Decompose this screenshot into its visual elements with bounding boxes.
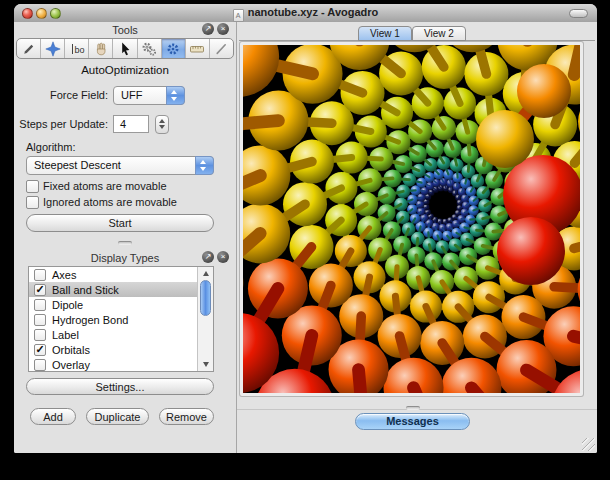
messages-splitter-handle[interactable] bbox=[406, 406, 420, 410]
list-item-hydrogen-bond[interactable]: Hydrogen Bond bbox=[29, 312, 213, 327]
main-view-area: View 1 View 2 Messages bbox=[237, 22, 597, 453]
combo-arrows-icon bbox=[166, 86, 185, 105]
overlay-checkbox[interactable] bbox=[34, 359, 46, 371]
auto-optimize-tool-button[interactable] bbox=[162, 39, 186, 58]
list-item-ball-and-stick[interactable]: ✓Ball and Stick bbox=[29, 282, 213, 297]
list-item-overlay[interactable]: Overlay bbox=[29, 357, 213, 372]
display-types-float-button[interactable]: ↗ bbox=[202, 251, 214, 263]
scroll-down-icon[interactable] bbox=[203, 362, 209, 367]
navigate-star-icon bbox=[45, 41, 61, 57]
remove-button[interactable]: Remove bbox=[159, 408, 214, 425]
scrollbar-thumb[interactable] bbox=[200, 280, 211, 316]
tool-selector: bo bbox=[16, 38, 234, 59]
measure-tool-button[interactable] bbox=[186, 39, 210, 58]
steps-input[interactable]: 4 bbox=[113, 115, 149, 133]
force-field-value: UFF bbox=[121, 89, 142, 101]
hydrogen-bond-checkbox[interactable] bbox=[34, 314, 46, 326]
algorithm-label: Algorithm: bbox=[26, 141, 76, 153]
label-checkbox[interactable] bbox=[34, 329, 46, 341]
scroll-up-icon[interactable] bbox=[203, 271, 209, 276]
title-bar[interactable]: Ananotube.xyz - Avogadro bbox=[14, 4, 597, 23]
start-button[interactable]: Start bbox=[26, 214, 214, 232]
axes-checkbox[interactable] bbox=[34, 269, 46, 281]
bond-centric-icon: bo bbox=[69, 41, 85, 57]
duplicate-button[interactable]: Duplicate bbox=[86, 408, 149, 425]
gears-icon bbox=[141, 41, 157, 57]
selection-tool-button[interactable] bbox=[113, 39, 137, 58]
bond-centric-tool-button[interactable]: bo bbox=[65, 39, 89, 58]
align-pencil-icon bbox=[213, 41, 229, 57]
algorithm-value: Steepest Descent bbox=[34, 159, 121, 171]
pencil-icon bbox=[21, 41, 37, 57]
steps-stepper[interactable] bbox=[155, 115, 169, 134]
messages-button[interactable]: Messages bbox=[355, 413, 470, 430]
list-item-axes[interactable]: Axes bbox=[29, 267, 213, 282]
steps-label: Steps per Update: bbox=[14, 118, 108, 130]
dipole-checkbox[interactable] bbox=[34, 299, 46, 311]
gear-icon bbox=[165, 41, 181, 57]
list-item-orbitals[interactable]: ✓Orbitals bbox=[29, 342, 213, 357]
align-tool-button[interactable] bbox=[210, 39, 233, 58]
resize-grip[interactable] bbox=[582, 438, 595, 451]
draw-tool-button[interactable] bbox=[17, 39, 41, 58]
tab-view-2[interactable]: View 2 bbox=[412, 26, 466, 41]
ruler-icon bbox=[189, 41, 205, 57]
ignored-atoms-checkbox[interactable] bbox=[26, 196, 39, 209]
orbitals-checkbox[interactable]: ✓ bbox=[34, 344, 46, 356]
navigate-tool-button[interactable] bbox=[41, 39, 65, 58]
ball-and-stick-checkbox[interactable]: ✓ bbox=[34, 284, 46, 296]
list-item-label[interactable]: Label bbox=[29, 327, 213, 342]
document-proxy-icon: A bbox=[233, 9, 244, 22]
hand-icon bbox=[93, 41, 109, 57]
tab-view-1[interactable]: View 1 bbox=[358, 26, 412, 41]
display-types-list: Axes ✓Ball and Stick Dipole Hydrogen Bon… bbox=[28, 266, 214, 372]
close-icon: × bbox=[221, 252, 226, 261]
add-button[interactable]: Add bbox=[30, 408, 76, 425]
gl-viewport[interactable] bbox=[240, 42, 583, 396]
list-item-dipole[interactable]: Dipole bbox=[29, 297, 213, 312]
tools-float-button[interactable]: ↗ bbox=[202, 23, 214, 35]
display-types-close-button[interactable]: × bbox=[217, 251, 229, 263]
combo-arrows-icon bbox=[195, 156, 214, 175]
app-window: Ananotube.xyz - Avogadro Tools ↗ × bo bbox=[14, 4, 597, 453]
svg-text:bo: bo bbox=[74, 45, 84, 55]
dock-splitter-handle[interactable] bbox=[118, 241, 132, 245]
auto-rotate-tool-button[interactable] bbox=[138, 39, 162, 58]
settings-button[interactable]: Settings... bbox=[26, 378, 214, 395]
float-icon: ↗ bbox=[205, 252, 212, 261]
molecule-svg bbox=[243, 45, 580, 393]
close-icon: × bbox=[221, 24, 226, 33]
float-icon: ↗ bbox=[205, 24, 212, 33]
fixed-atoms-checkbox[interactable] bbox=[26, 180, 39, 193]
force-field-label: Force Field: bbox=[14, 89, 108, 101]
algorithm-select[interactable]: Steepest Descent bbox=[26, 156, 214, 175]
autoopt-title: AutoOptimization bbox=[14, 64, 236, 76]
manipulate-tool-button[interactable] bbox=[89, 39, 113, 58]
list-scrollbar[interactable] bbox=[197, 267, 213, 371]
desktop: { "window": { "title": "nanotube.xyz - A… bbox=[0, 0, 610, 480]
fixed-atoms-label: Fixed atoms are movable bbox=[43, 180, 167, 192]
force-field-select[interactable]: UFF bbox=[113, 86, 185, 105]
ignored-atoms-label: Ignored atoms are movable bbox=[43, 196, 177, 208]
tools-close-button[interactable]: × bbox=[217, 23, 229, 35]
window-title: Ananotube.xyz - Avogadro bbox=[14, 6, 597, 22]
left-dock: Tools ↗ × bo bbox=[14, 22, 237, 453]
toolbar-toggle-button[interactable] bbox=[569, 9, 588, 18]
cursor-icon bbox=[117, 41, 133, 57]
